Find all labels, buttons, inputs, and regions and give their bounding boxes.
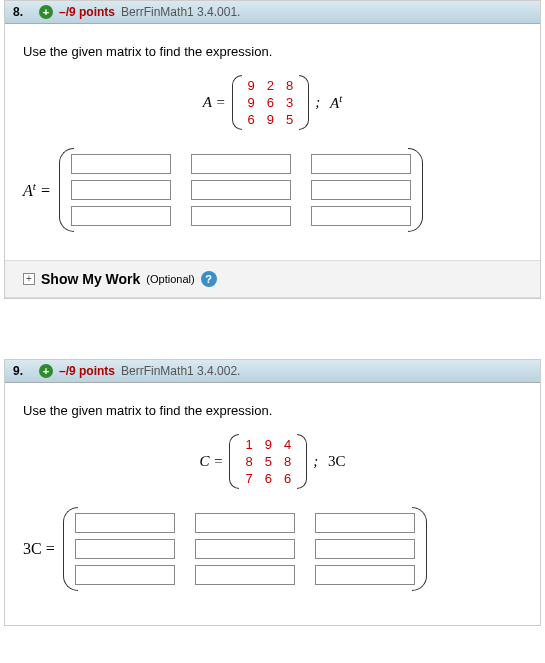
- question-number: 9.: [13, 364, 23, 378]
- matrix-var: C =: [200, 453, 224, 470]
- plus-icon[interactable]: +: [39, 5, 53, 19]
- answer-inputs-grid: [71, 154, 411, 226]
- answer-cell-1-0[interactable]: [71, 180, 171, 200]
- prompt-text: Use the given matrix to find the express…: [23, 44, 522, 59]
- target-expression: 3C: [328, 453, 346, 470]
- show-work-label: Show My Work: [41, 271, 140, 287]
- answer-cell-1-0[interactable]: [75, 539, 175, 559]
- answer-cell-0-0[interactable]: [75, 513, 175, 533]
- question-number: 8.: [13, 5, 23, 19]
- answer-cell-2-0[interactable]: [71, 206, 171, 226]
- answer-cell-2-0[interactable]: [75, 565, 175, 585]
- answer-label: At =: [23, 180, 51, 200]
- answer-cell-1-1[interactable]: [195, 539, 295, 559]
- show-work-optional: (Optional): [146, 273, 194, 285]
- points-label: –/9 points: [59, 5, 115, 19]
- answer-matrix-paren: [63, 507, 427, 591]
- question-header: 9. + –/9 points BerrFinMath1 3.4.002.: [5, 360, 540, 383]
- matrix-definition: A = 928 963 695 ; At: [23, 75, 522, 130]
- question-8: 8. + –/9 points BerrFinMath1 3.4.001. Us…: [4, 0, 541, 299]
- answer-cell-0-2[interactable]: [311, 154, 411, 174]
- question-content: Use the given matrix to find the express…: [5, 383, 540, 625]
- answer-cell-1-2[interactable]: [315, 539, 415, 559]
- answer-cell-0-1[interactable]: [191, 154, 291, 174]
- answer-label: 3C =: [23, 540, 55, 558]
- semicolon: ;: [313, 453, 322, 470]
- semicolon: ;: [315, 94, 324, 111]
- help-icon[interactable]: ?: [201, 271, 217, 287]
- plus-icon[interactable]: +: [39, 364, 53, 378]
- question-header: 8. + –/9 points BerrFinMath1 3.4.001.: [5, 1, 540, 24]
- answer-inputs-grid: [75, 513, 415, 585]
- answer-cell-0-0[interactable]: [71, 154, 171, 174]
- answer-row: 3C =: [23, 507, 522, 591]
- matrix-A: 928 963 695: [232, 75, 310, 130]
- answer-cell-2-1[interactable]: [195, 565, 295, 585]
- target-expression: At: [330, 93, 342, 112]
- expand-icon[interactable]: +: [23, 273, 35, 285]
- answer-matrix-paren: [59, 148, 423, 232]
- assignment-ref: BerrFinMath1 3.4.002.: [121, 364, 240, 378]
- answer-cell-0-1[interactable]: [195, 513, 295, 533]
- answer-row: At =: [23, 148, 522, 232]
- answer-cell-2-2[interactable]: [315, 565, 415, 585]
- question-9: 9. + –/9 points BerrFinMath1 3.4.002. Us…: [4, 359, 541, 626]
- matrix-definition: C = 194 858 766 ; 3C: [23, 434, 522, 489]
- assignment-ref: BerrFinMath1 3.4.001.: [121, 5, 240, 19]
- question-content: Use the given matrix to find the express…: [5, 24, 540, 298]
- answer-cell-1-1[interactable]: [191, 180, 291, 200]
- answer-cell-2-2[interactable]: [311, 206, 411, 226]
- matrix-var: A =: [203, 94, 226, 111]
- answer-cell-2-1[interactable]: [191, 206, 291, 226]
- answer-cell-0-2[interactable]: [315, 513, 415, 533]
- matrix-C: 194 858 766: [229, 434, 307, 489]
- points-label: –/9 points: [59, 364, 115, 378]
- show-my-work-bar[interactable]: + Show My Work (Optional) ?: [5, 260, 540, 298]
- prompt-text: Use the given matrix to find the express…: [23, 403, 522, 418]
- answer-cell-1-2[interactable]: [311, 180, 411, 200]
